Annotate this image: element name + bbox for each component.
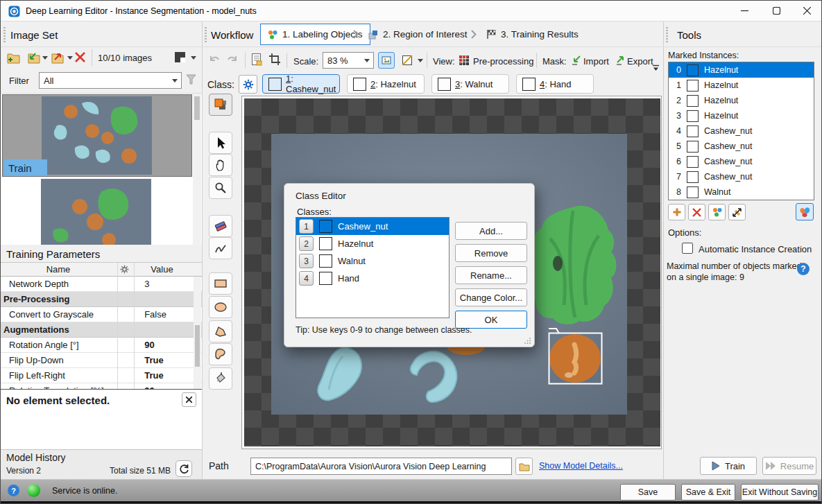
add-images-button[interactable] xyxy=(6,51,22,64)
class-button-hazelnut[interactable]: 2: Hazelnut xyxy=(347,74,425,94)
tool-blob-brush[interactable] xyxy=(209,343,232,365)
thumbnail-item-selected[interactable]: Train xyxy=(2,94,192,177)
add-instance-button[interactable] xyxy=(668,204,685,220)
scrollbar-thumb[interactable] xyxy=(194,96,200,120)
column-header-value[interactable]: Value xyxy=(132,264,191,275)
preprocessing-icon[interactable] xyxy=(459,55,470,66)
save-button[interactable]: Save xyxy=(620,484,676,501)
edit-classes-button[interactable] xyxy=(708,204,726,220)
crop-view-button[interactable] xyxy=(268,53,281,67)
tool-select[interactable] xyxy=(209,132,232,154)
marked-instance-row[interactable]: 2 Hazelnut xyxy=(669,93,814,108)
toolbar-overflow-button[interactable] xyxy=(652,64,660,72)
class-button-walnut[interactable]: 3: Walnut xyxy=(431,74,509,94)
marked-instance-row[interactable]: 1 Hazelnut xyxy=(669,78,814,93)
transform-instance-button[interactable] xyxy=(728,204,746,220)
tools-drag-handle[interactable] xyxy=(666,27,668,42)
remove-instance-button[interactable] xyxy=(688,204,705,220)
marked-instance-row[interactable]: 4 Cashew_nut xyxy=(669,123,814,139)
tool-rectangle[interactable] xyxy=(209,272,232,295)
save-and-exit-button[interactable]: Save & Exit xyxy=(681,484,735,501)
class-editor-row[interactable]: 2 Hazelnut xyxy=(296,235,449,252)
restore-version-button[interactable] xyxy=(175,460,192,477)
change-color-button[interactable]: Change Color... xyxy=(455,288,527,306)
tool-fill[interactable] xyxy=(209,367,232,390)
tool-instance-marking[interactable] xyxy=(209,94,232,116)
redo-button[interactable] xyxy=(225,53,239,66)
tool-eraser[interactable] xyxy=(209,215,232,237)
help-icon[interactable]: ? xyxy=(797,263,810,275)
mask-export-icon[interactable] xyxy=(615,55,626,66)
mask-overlay-caret[interactable] xyxy=(418,59,423,62)
display-mode-button[interactable] xyxy=(174,51,186,63)
scrollbar-thumb[interactable] xyxy=(195,325,200,367)
exit-without-saving-button[interactable]: Exit Without Saving xyxy=(741,484,819,501)
mask-import-icon[interactable] xyxy=(571,55,581,66)
param-row[interactable]: Convert to Grayscale False xyxy=(1,307,202,322)
add-class-button[interactable]: Add... xyxy=(455,222,527,240)
mask-import-label[interactable]: Import xyxy=(583,56,609,67)
param-row[interactable]: Relative Translation [%] 20 xyxy=(1,383,202,389)
marked-instance-row[interactable]: 7 Cashew_nut xyxy=(669,169,814,184)
undo-button[interactable] xyxy=(207,53,221,66)
resize-grip[interactable] xyxy=(524,337,531,344)
view-mode-label[interactable]: Pre-processing xyxy=(473,56,533,67)
close-selection-button[interactable] xyxy=(182,392,196,407)
image-set-drag-handle[interactable] xyxy=(3,27,6,42)
class-button-cashew-nut[interactable]: 1: Cashew_nut xyxy=(262,74,340,94)
tab-training-results[interactable]: 3. Training Results xyxy=(479,24,585,45)
resume-button[interactable]: Resume xyxy=(762,457,816,475)
tool-pan[interactable] xyxy=(209,154,232,176)
path-input[interactable]: C:\ProgramData\Aurora Vision\Aurora Visi… xyxy=(250,458,512,475)
import-dropdown-caret[interactable] xyxy=(42,56,48,60)
column-header-name[interactable]: Name xyxy=(1,264,116,275)
fit-to-window-button[interactable] xyxy=(378,52,395,69)
param-row[interactable]: Flip Up-Down True xyxy=(1,353,202,368)
class-editor-row[interactable]: 1 Cashew_nut xyxy=(296,218,449,235)
table-scrollbar[interactable] xyxy=(194,277,201,389)
maximize-button[interactable] xyxy=(760,1,792,21)
import-images-button[interactable] xyxy=(26,51,41,64)
workflow-drag-handle[interactable] xyxy=(205,27,207,42)
tool-ellipse[interactable] xyxy=(209,296,232,318)
scale-combobox[interactable]: 83 % xyxy=(323,52,374,69)
class-editor-row[interactable]: 4 Hand xyxy=(296,270,449,287)
param-row[interactable]: Network Depth 3 xyxy=(1,277,202,292)
tool-freehand[interactable] xyxy=(209,237,232,259)
train-button[interactable]: Train xyxy=(700,457,757,475)
marked-instance-row[interactable]: 5 Cashew_nut xyxy=(669,139,814,154)
thumbnail-item[interactable] xyxy=(2,177,192,245)
marked-instance-row[interactable]: 0 Hazelnut xyxy=(669,62,814,78)
rename-class-button[interactable]: Rename... xyxy=(455,266,527,284)
left-panel-divider[interactable] xyxy=(202,21,203,479)
instance-view-toggle-button[interactable] xyxy=(796,203,814,220)
browse-folder-button[interactable] xyxy=(515,458,533,475)
param-value[interactable]: False xyxy=(137,309,202,320)
delete-image-button[interactable] xyxy=(74,51,86,63)
param-value[interactable]: True xyxy=(137,355,202,365)
param-row[interactable]: Rotation Angle [°] 90 xyxy=(1,338,202,353)
tool-polygon[interactable] xyxy=(209,320,232,342)
class-settings-button[interactable] xyxy=(239,75,257,94)
class-editor-row[interactable]: 3 Walnut xyxy=(296,252,449,270)
param-value[interactable]: True xyxy=(137,370,202,381)
class-button-hand[interactable]: 4: Hand xyxy=(516,74,594,94)
mask-export-label[interactable]: Export xyxy=(627,56,653,67)
marked-instance-row[interactable]: 3 Hazelnut xyxy=(669,108,814,123)
minimize-button[interactable] xyxy=(728,1,760,21)
help-icon[interactable]: ? xyxy=(8,485,19,496)
export-images-button[interactable] xyxy=(51,51,66,64)
tab-region-of-interest[interactable]: 2. Region of Interest xyxy=(361,24,474,45)
labels-visibility-button[interactable] xyxy=(250,53,263,67)
filter-combobox[interactable]: All xyxy=(39,72,182,89)
remove-class-button[interactable]: Remove xyxy=(455,244,527,262)
close-button[interactable] xyxy=(791,1,822,21)
show-model-details-link[interactable]: Show Model Details... xyxy=(539,461,623,471)
display-mode-caret[interactable] xyxy=(191,56,196,60)
export-dropdown-caret[interactable] xyxy=(67,56,73,60)
param-row[interactable]: Flip Left-Right True xyxy=(1,368,202,383)
mask-overlay-button[interactable] xyxy=(399,52,416,69)
right-panel-divider[interactable] xyxy=(663,21,664,479)
table-gear-icon[interactable] xyxy=(116,265,132,274)
automatic-instance-checkbox[interactable] xyxy=(682,243,693,254)
